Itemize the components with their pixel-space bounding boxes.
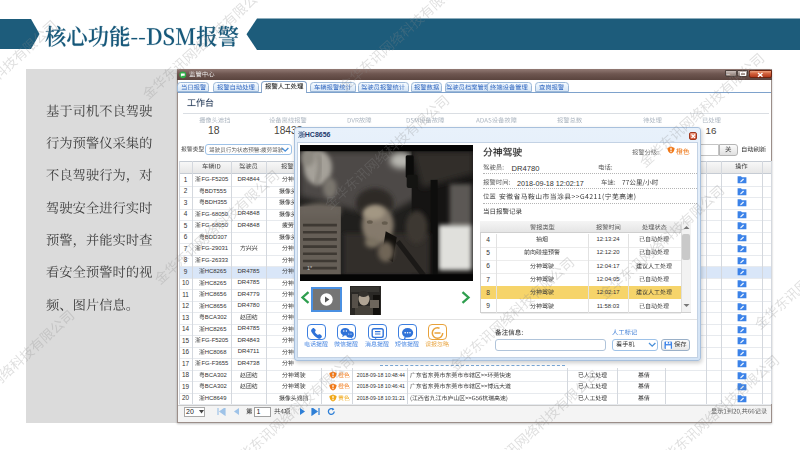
svg-text:1*: 1* bbox=[306, 265, 312, 271]
